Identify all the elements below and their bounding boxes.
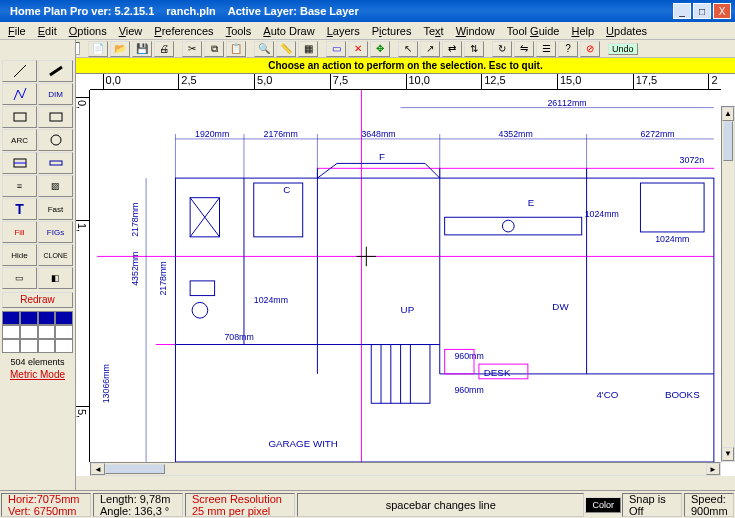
menu-layers[interactable]: Layers (321, 24, 366, 38)
tool-mirror-icon[interactable]: ⇋ (514, 41, 534, 57)
tool-wall[interactable] (38, 60, 73, 82)
svg-text:E: E (528, 197, 535, 208)
menu-text[interactable]: Text (417, 24, 449, 38)
svg-text:1024mm: 1024mm (254, 295, 288, 305)
app-title: Home Plan Pro ver: 5.2.15.1 (4, 5, 160, 17)
tool-clone[interactable]: CLONE (38, 244, 73, 266)
tool-select-icon[interactable]: ▭ (326, 41, 346, 57)
svg-text:13066mm: 13066mm (101, 364, 111, 403)
tool-updown-icon[interactable]: ⇅ (464, 41, 484, 57)
tool-properties-icon[interactable]: ☰ (536, 41, 556, 57)
svg-point-46 (502, 220, 514, 232)
undo-button[interactable]: Undo (608, 43, 638, 55)
tool-hatch[interactable] (2, 152, 37, 174)
menu-tools[interactable]: Tools (220, 24, 258, 38)
tool-new-icon[interactable]: 📄 (88, 41, 108, 57)
tool-arrow-ne-icon[interactable]: ↗ (420, 41, 440, 57)
tool-grid-icon[interactable]: ▦ (298, 41, 318, 57)
minimize-button[interactable]: _ (673, 3, 691, 19)
tool-swap-icon[interactable]: ⇄ (442, 41, 462, 57)
svg-point-4 (51, 135, 61, 145)
metric-mode-button[interactable]: Metric Mode (0, 369, 75, 380)
tool-line[interactable] (2, 60, 37, 82)
status-bar: Horiz:7075mm Vert: 6750mm Length: 9,78m … (0, 490, 735, 518)
status-res1: Screen Resolution (192, 493, 288, 505)
file-name: ranch.pln (160, 5, 222, 17)
status-length: Length: 9,78m (100, 493, 176, 505)
scrollbar-vertical[interactable]: ▲ ▼ (721, 106, 735, 462)
svg-text:26112mm: 26112mm (547, 98, 586, 108)
svg-line-1 (50, 67, 62, 75)
scroll-thumb-h[interactable] (105, 464, 165, 474)
color-swatch[interactable] (2, 311, 73, 353)
tool-text[interactable]: T (2, 198, 37, 220)
menu-updates[interactable]: Updates (600, 24, 653, 38)
menu-autodraw[interactable]: Auto Draw (257, 24, 320, 38)
color-button[interactable]: Color (585, 497, 621, 513)
tool-question-icon[interactable]: ? (558, 41, 578, 57)
svg-text:4352mm: 4352mm (498, 129, 532, 139)
menu-edit[interactable]: Edit (32, 24, 63, 38)
svg-line-0 (14, 65, 26, 77)
svg-text:3648mm: 3648mm (361, 129, 395, 139)
svg-text:BOOKS: BOOKS (665, 389, 700, 400)
tool-door[interactable] (38, 152, 73, 174)
scroll-down-icon[interactable]: ▼ (722, 447, 734, 461)
svg-text:2176mm: 2176mm (264, 129, 298, 139)
tool-pattern[interactable]: ▨ (38, 175, 73, 197)
tool-rotate-icon[interactable]: ↻ (492, 41, 512, 57)
tool-measure-icon[interactable]: 📏 (276, 41, 296, 57)
tool-dim[interactable]: DIM (38, 83, 73, 105)
redraw-button[interactable]: Redraw (2, 292, 73, 308)
svg-text:2178mm: 2178mm (158, 261, 168, 295)
scroll-left-icon[interactable]: ◄ (91, 463, 105, 475)
tool-arc[interactable]: ARC (2, 129, 37, 151)
tool-zoom-icon[interactable]: 🔍 (254, 41, 274, 57)
tool-rect-fill[interactable] (38, 106, 73, 128)
tool-circle[interactable] (38, 129, 73, 151)
scroll-thumb-v[interactable] (723, 121, 733, 161)
menu-options[interactable]: Options (63, 24, 113, 38)
tool-figs[interactable]: FIGs (38, 221, 73, 243)
tool-rect[interactable] (2, 106, 37, 128)
status-vert: Vert: 6750mm (8, 505, 84, 517)
menu-preferences[interactable]: Preferences (148, 24, 219, 38)
tool-fill[interactable]: Fill (2, 221, 37, 243)
tool-hatch2[interactable]: ≡ (2, 175, 37, 197)
tool-panel: DIM ARC ≡ ▨ T Fast Fill FIGs Hide CLONE … (0, 40, 76, 490)
scroll-right-icon[interactable]: ► (706, 463, 720, 475)
tool-move-icon[interactable]: ✥ (370, 41, 390, 57)
menu-file[interactable]: File (2, 24, 32, 38)
svg-text:4352mm: 4352mm (130, 252, 140, 286)
tool-cut-icon[interactable]: ✂ (182, 41, 202, 57)
tool-save-icon[interactable]: 💾 (132, 41, 152, 57)
tool-misc1[interactable]: ▭ (2, 267, 37, 289)
svg-text:3072n: 3072n (680, 155, 705, 165)
svg-rect-45 (445, 217, 582, 235)
tool-arrow-nw-icon[interactable]: ↖ (398, 41, 418, 57)
title-bar: Home Plan Pro ver: 5.2.15.1 ranch.pln Ac… (0, 0, 735, 22)
tool-misc2[interactable]: ◧ (38, 267, 73, 289)
tool-open-icon[interactable]: 📂 (110, 41, 130, 57)
tool-polyline[interactable] (2, 83, 37, 105)
menu-view[interactable]: View (113, 24, 149, 38)
tool-hide[interactable]: Hide (2, 244, 37, 266)
tool-print-icon[interactable]: 🖨 (154, 41, 174, 57)
scrollbar-horizontal[interactable]: ◄ ► (90, 462, 721, 476)
tool-cancel-icon[interactable]: ⊘ (580, 41, 600, 57)
drawing-canvas[interactable]: 26112mm 1920mm 2176mm 3648mm 4352mm 6272… (90, 90, 721, 462)
maximize-button[interactable]: □ (693, 3, 711, 19)
tool-copy-icon[interactable]: ⧉ (204, 41, 224, 57)
menu-toolguide[interactable]: Tool Guide (501, 24, 566, 38)
scroll-up-icon[interactable]: ▲ (722, 107, 734, 121)
close-button[interactable]: X (713, 3, 731, 19)
svg-point-41 (192, 302, 208, 318)
tool-fast[interactable]: Fast (38, 198, 73, 220)
tool-paste-icon[interactable]: 📋 (226, 41, 246, 57)
active-layer: Active Layer: Base Layer (222, 5, 365, 17)
svg-text:1024mm: 1024mm (655, 234, 689, 244)
menu-pictures[interactable]: Pictures (366, 24, 418, 38)
tool-delete-icon[interactable]: ✕ (348, 41, 368, 57)
menu-window[interactable]: Window (450, 24, 501, 38)
menu-help[interactable]: Help (565, 24, 600, 38)
